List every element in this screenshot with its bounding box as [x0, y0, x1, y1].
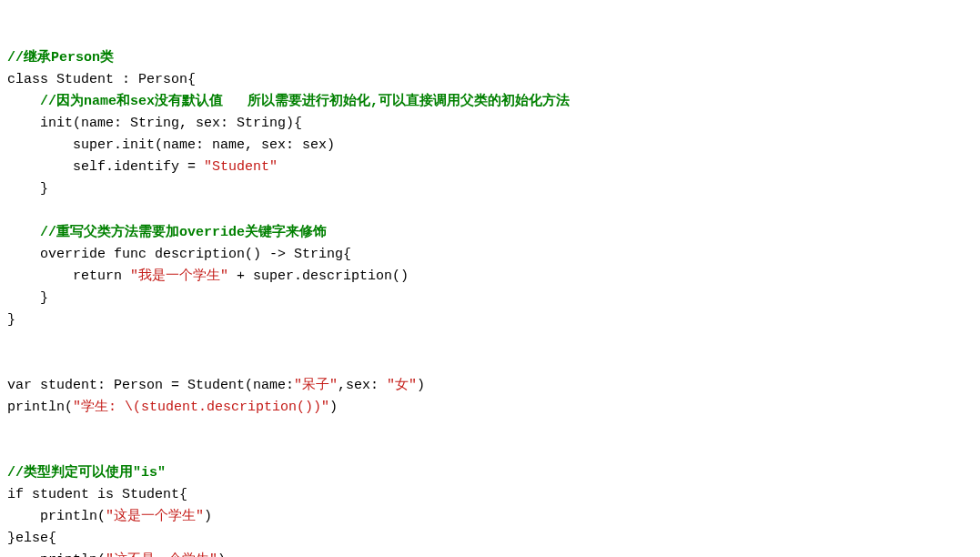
- var-declaration-prefix: var student: Person = Student(name:: [7, 378, 294, 393]
- else-statement: }else{: [7, 531, 56, 546]
- closing-brace: }: [7, 181, 48, 197]
- println-suffix: ): [204, 509, 212, 524]
- return-suffix: + super.description(): [228, 268, 409, 284]
- arg-separator: ,sex:: [338, 378, 387, 393]
- closing-brace: }: [7, 312, 15, 328]
- comment-line: //因为name和sex没有默认值 所以需要进行初始化,可以直接调用父类的初始化…: [7, 94, 570, 109]
- string-literal: "这不是一个学生": [106, 552, 217, 557]
- println-prefix: println(: [7, 552, 106, 557]
- var-declaration-suffix: ): [417, 378, 425, 393]
- init-declaration: init(name: String, sex: String){: [7, 116, 302, 131]
- code-block: //继承Person类 class Student : Person{ //因为…: [7, 47, 973, 557]
- return-prefix: return: [7, 268, 130, 284]
- if-statement: if student is Student{: [7, 487, 187, 502]
- println-prefix: println(: [7, 400, 73, 415]
- closing-brace: }: [7, 290, 48, 306]
- super-call: super.init(name: name, sex: sex): [7, 137, 335, 153]
- class-declaration: class Student : Person{: [7, 72, 196, 87]
- comment-line: //类型判定可以使用"is": [7, 465, 166, 481]
- string-literal: "学生: \(student.description())": [73, 400, 329, 415]
- println-suffix: ): [329, 400, 338, 415]
- println-prefix: println(: [7, 509, 106, 524]
- string-literal: "呆子": [294, 378, 338, 393]
- string-literal: "Student": [204, 159, 278, 175]
- string-literal: "女": [387, 378, 417, 393]
- string-literal: "这是一个学生": [106, 509, 204, 524]
- override-declaration: override func description() -> String{: [7, 247, 351, 262]
- comment-line: //重写父类方法需要加override关键字来修饰: [7, 225, 327, 240]
- string-literal: "我是一个学生": [130, 268, 228, 284]
- println-suffix: ): [217, 552, 226, 557]
- comment-line: //继承Person类: [7, 50, 114, 66]
- assignment-prefix: self.identify =: [7, 159, 204, 175]
